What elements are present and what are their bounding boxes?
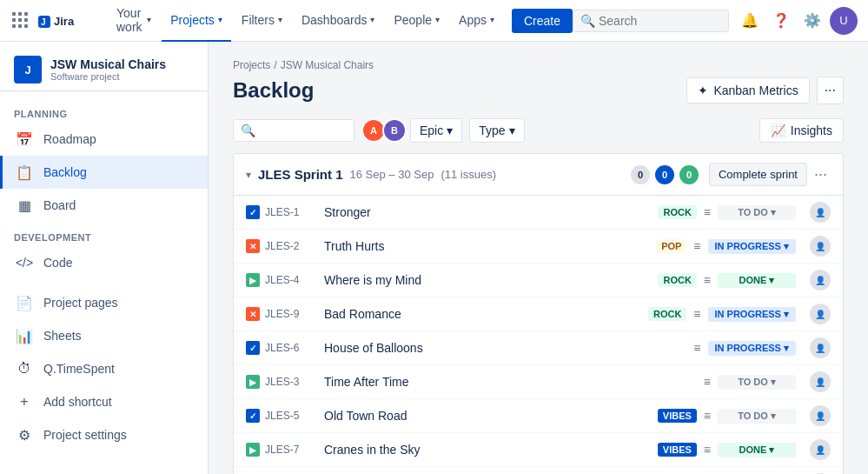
- issue-label: ROCK: [658, 205, 696, 219]
- notifications-icon[interactable]: 🔔: [736, 7, 764, 35]
- sidebar-item-code[interactable]: </> Code: [0, 246, 208, 279]
- backlog-search[interactable]: 🔍: [233, 119, 354, 142]
- issue-row[interactable]: ✓ JLES-1 Stronger ROCK ≡ TO DO ▾ 👤: [234, 196, 843, 230]
- issue-label: VIBES: [658, 443, 697, 457]
- topnav-apps[interactable]: Apps ▾: [450, 0, 503, 42]
- kanban-metrics-button[interactable]: ✦ Kanban Metrics: [686, 77, 809, 103]
- sidebar-project-header: J JSW Musical Chairs Software project: [0, 42, 208, 91]
- chevron-down-icon: ▾: [147, 15, 151, 24]
- priority-icon: ≡: [693, 307, 700, 321]
- topnav-dashboards[interactable]: Dashboards ▾: [293, 0, 384, 42]
- sidebar-item-board[interactable]: ▦ Board: [0, 189, 208, 222]
- sidebar-item-label: Project pages: [43, 296, 118, 310]
- chevron-down-icon: ▾: [278, 15, 282, 24]
- sprint-more-button[interactable]: ···: [811, 165, 831, 184]
- issue-row[interactable]: ✓ JLES-6 House of Balloons ≡ IN PROGRESS…: [234, 331, 843, 365]
- issue-id: JLES-5: [265, 410, 317, 422]
- sidebar-item-label: Board: [43, 198, 76, 212]
- svg-rect-5: [24, 18, 28, 22]
- status-badge[interactable]: TO DO ▾: [718, 375, 796, 390]
- avatar-2[interactable]: B: [382, 118, 407, 143]
- status-badge[interactable]: IN PROGRESS ▾: [708, 341, 796, 356]
- issue-row[interactable]: ✕ JLES-9 Bad Romance ROCK ≡ IN PROGRESS …: [234, 297, 843, 331]
- issue-type-icon: ✓: [246, 341, 260, 355]
- sprint-badge-blue: 0: [655, 165, 674, 184]
- issue-row[interactable]: ✓ JLES-5 Old Town Road VIBES ≡ TO DO ▾ 👤: [234, 399, 843, 433]
- chevron-down-icon: ▾: [490, 15, 494, 24]
- status-badge[interactable]: IN PROGRESS ▾: [708, 239, 796, 254]
- sidebar-item-project-pages[interactable]: 📄 Project pages: [0, 286, 208, 319]
- issue-type-icon: ✕: [246, 239, 260, 253]
- issue-label: POP: [656, 239, 686, 253]
- type-filter[interactable]: Type ▾: [469, 118, 524, 143]
- status-badge[interactable]: TO DO ▾: [718, 409, 796, 424]
- page-header-actions: ✦ Kanban Metrics ···: [686, 77, 844, 104]
- priority-icon: ≡: [704, 273, 711, 287]
- issue-id: JLES-2: [265, 240, 317, 252]
- assignee-avatar: 👤: [810, 405, 831, 426]
- search-box[interactable]: 🔍: [573, 10, 729, 32]
- issue-row[interactable]: ▶ JLES-7 Cranes in the Sky VIBES ≡ DONE …: [234, 433, 843, 467]
- priority-icon: ≡: [704, 375, 711, 389]
- issue-row[interactable]: ✕ JLES-2 Truth Hurts POP ≡ IN PROGRESS ▾…: [234, 230, 843, 264]
- issue-label: ROCK: [658, 273, 696, 287]
- planning-section-label: PLANNING: [0, 98, 208, 123]
- user-avatar[interactable]: U: [830, 7, 858, 35]
- sprint-dates: 16 Sep – 30 Sep: [350, 168, 434, 181]
- svg-rect-6: [12, 24, 16, 28]
- search-input[interactable]: [259, 124, 347, 137]
- sprint-header[interactable]: ▾ JLES Sprint 1 16 Sep – 30 Sep (11 issu…: [234, 154, 843, 196]
- sidebar-item-qtimespent[interactable]: ⏱ Q.TimeSpent: [0, 352, 208, 385]
- sprint-name: JLES Sprint 1: [258, 167, 343, 182]
- sidebar-item-sheets[interactable]: 📊 Sheets: [0, 319, 208, 352]
- assignee-avatar: 👤: [810, 270, 831, 290]
- settings-icon[interactable]: ⚙️: [798, 7, 826, 35]
- status-badge[interactable]: DONE ▾: [718, 273, 796, 288]
- issue-row[interactable]: ▶ JLES-8 212 VIBES ≡ IN PROGRESS ▾ 👤: [234, 467, 843, 474]
- status-badge[interactable]: TO DO ▾: [718, 205, 796, 220]
- roadmap-icon: 📅: [14, 129, 35, 150]
- insights-button[interactable]: 📈 Insights: [759, 118, 844, 143]
- kanban-metrics-icon: ✦: [698, 83, 708, 97]
- issue-label: ROCK: [648, 307, 686, 321]
- topnav-projects[interactable]: Projects ▾: [162, 0, 231, 42]
- issue-name: Where is my Mind: [324, 273, 651, 287]
- status-badge[interactable]: DONE ▾: [718, 443, 796, 457]
- chevron-down-icon: ▾: [509, 124, 515, 137]
- help-icon[interactable]: ❓: [767, 7, 795, 35]
- sprint-chevron-icon[interactable]: ▾: [246, 169, 251, 181]
- jira-logo[interactable]: J Jira: [38, 12, 90, 30]
- epic-filter[interactable]: Epic ▾: [410, 118, 462, 143]
- grid-icon[interactable]: [10, 10, 31, 31]
- sidebar-item-label: Code: [43, 256, 72, 270]
- sidebar-item-add-shortcut[interactable]: + Add shortcut: [0, 385, 208, 418]
- complete-sprint-button[interactable]: Complete sprint: [709, 163, 807, 186]
- breadcrumb-projects[interactable]: Projects: [233, 59, 270, 71]
- topnav-filters[interactable]: Filters ▾: [233, 0, 291, 42]
- sidebar-item-roadmap[interactable]: 📅 Roadmap: [0, 123, 208, 156]
- breadcrumb-project-name[interactable]: JSW Musical Chairs: [281, 59, 374, 71]
- sprint-section: ▾ JLES Sprint 1 16 Sep – 30 Sep (11 issu…: [233, 153, 844, 474]
- issue-type-icon: ✓: [246, 409, 260, 423]
- status-badge[interactable]: IN PROGRESS ▾: [708, 307, 796, 322]
- issue-row[interactable]: ▶ JLES-3 Time After Time ≡ TO DO ▾ 👤: [234, 365, 843, 399]
- issue-id: JLES-6: [265, 342, 317, 354]
- add-shortcut-icon: +: [14, 391, 35, 412]
- pages-icon: 📄: [14, 292, 35, 313]
- settings-icon: ⚙: [14, 424, 35, 445]
- issue-name: Stronger: [324, 205, 651, 219]
- topnav-yourwork[interactable]: Your work ▾: [108, 0, 160, 42]
- sprint-badges: 0 0 0: [631, 165, 699, 184]
- sidebar-item-label: Q.TimeSpent: [43, 362, 115, 376]
- topnav-people[interactable]: People ▾: [385, 0, 448, 42]
- sidebar-item-project-settings[interactable]: ⚙ Project settings: [0, 418, 208, 451]
- issue-row[interactable]: ▶ JLES-4 Where is my Mind ROCK ≡ DONE ▾ …: [234, 264, 843, 297]
- more-button[interactable]: ···: [817, 77, 844, 104]
- project-icon: J: [14, 56, 42, 83]
- sidebar-item-backlog[interactable]: 📋 Backlog: [0, 156, 208, 189]
- sidebar-project-type: Software project: [50, 71, 166, 82]
- chevron-down-icon: ▾: [370, 15, 374, 24]
- create-button[interactable]: Create: [512, 9, 573, 33]
- topnav: J Jira Your work ▾ Projects ▾ Filters ▾ …: [0, 0, 868, 42]
- search-input[interactable]: [599, 14, 721, 28]
